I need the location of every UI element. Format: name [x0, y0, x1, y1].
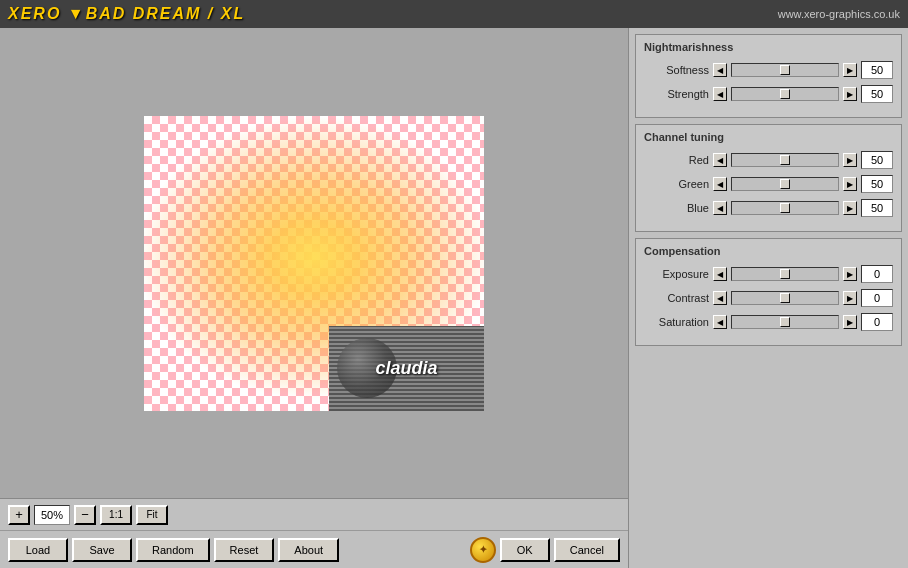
- watermark-text: claudia: [375, 358, 437, 379]
- blue-right-arrow[interactable]: ▶: [843, 201, 857, 215]
- app-title: XERO ▼BAD DREAM / XL: [8, 5, 245, 23]
- app-url: www.xero-graphics.co.uk: [778, 8, 900, 20]
- exposure-track[interactable]: [731, 267, 839, 281]
- saturation-track[interactable]: [731, 315, 839, 329]
- action-buttons: Load Save Random Reset About ✦ OK Cancel: [0, 530, 628, 568]
- nightmarishness-title: Nightmarishness: [644, 41, 893, 53]
- contrast-left-arrow[interactable]: ◀: [713, 291, 727, 305]
- compensation-section: Compensation Exposure ◀ ▶ 0 Contrast ◀ ▶…: [635, 238, 902, 346]
- nightmarishness-section: Nightmarishness Softness ◀ ▶ 50 Strength…: [635, 34, 902, 118]
- zoom-value: 50%: [34, 505, 70, 525]
- saturation-label: Saturation: [644, 316, 709, 328]
- red-thumb[interactable]: [780, 155, 790, 165]
- strength-value: 50: [861, 85, 893, 103]
- blue-label: Blue: [644, 202, 709, 214]
- strength-track[interactable]: [731, 87, 839, 101]
- canvas-container: claudia: [144, 116, 484, 411]
- saturation-row: Saturation ◀ ▶ 0: [644, 313, 893, 331]
- compensation-title: Compensation: [644, 245, 893, 257]
- strength-label: Strength: [644, 88, 709, 100]
- exposure-left-arrow[interactable]: ◀: [713, 267, 727, 281]
- left-action-buttons: Load Save Random Reset About: [8, 538, 339, 562]
- exposure-label: Exposure: [644, 268, 709, 280]
- channel-tuning-section: Channel tuning Red ◀ ▶ 50 Green ◀ ▶ 50: [635, 124, 902, 232]
- exposure-right-arrow[interactable]: ▶: [843, 267, 857, 281]
- strength-thumb[interactable]: [780, 89, 790, 99]
- watermark-overlay: claudia: [329, 326, 484, 411]
- contrast-track[interactable]: [731, 291, 839, 305]
- softness-thumb[interactable]: [780, 65, 790, 75]
- blue-track[interactable]: [731, 201, 839, 215]
- strength-row: Strength ◀ ▶ 50: [644, 85, 893, 103]
- red-right-arrow[interactable]: ▶: [843, 153, 857, 167]
- blue-left-arrow[interactable]: ◀: [713, 201, 727, 215]
- canvas-area: claudia: [0, 28, 628, 498]
- exposure-value: 0: [861, 265, 893, 283]
- red-track[interactable]: [731, 153, 839, 167]
- blue-row: Blue ◀ ▶ 50: [644, 199, 893, 217]
- right-panel: Nightmarishness Softness ◀ ▶ 50 Strength…: [628, 28, 908, 568]
- about-button[interactable]: About: [278, 538, 339, 562]
- green-left-arrow[interactable]: ◀: [713, 177, 727, 191]
- saturation-right-arrow[interactable]: ▶: [843, 315, 857, 329]
- zoom-out-button[interactable]: −: [74, 505, 96, 525]
- softness-label: Softness: [644, 64, 709, 76]
- strength-right-arrow[interactable]: ▶: [843, 87, 857, 101]
- contrast-label: Contrast: [644, 292, 709, 304]
- title-bar: XERO ▼BAD DREAM / XL www.xero-graphics.c…: [0, 0, 908, 28]
- green-thumb[interactable]: [780, 179, 790, 189]
- softness-row: Softness ◀ ▶ 50: [644, 61, 893, 79]
- exposure-row: Exposure ◀ ▶ 0: [644, 265, 893, 283]
- green-label: Green: [644, 178, 709, 190]
- saturation-left-arrow[interactable]: ◀: [713, 315, 727, 329]
- green-row: Green ◀ ▶ 50: [644, 175, 893, 193]
- fit-button[interactable]: Fit: [136, 505, 168, 525]
- one-to-one-button[interactable]: 1:1: [100, 505, 132, 525]
- contrast-right-arrow[interactable]: ▶: [843, 291, 857, 305]
- channel-tuning-title: Channel tuning: [644, 131, 893, 143]
- contrast-thumb[interactable]: [780, 293, 790, 303]
- ok-coin-icon: ✦: [470, 537, 496, 563]
- blue-thumb[interactable]: [780, 203, 790, 213]
- saturation-thumb[interactable]: [780, 317, 790, 327]
- green-track[interactable]: [731, 177, 839, 191]
- main-area: claudia + 50% − 1:1 Fit Load Save Random…: [0, 28, 908, 568]
- green-right-arrow[interactable]: ▶: [843, 177, 857, 191]
- saturation-value: 0: [861, 313, 893, 331]
- left-panel: claudia + 50% − 1:1 Fit Load Save Random…: [0, 28, 628, 568]
- load-button[interactable]: Load: [8, 538, 68, 562]
- right-action-buttons: ✦ OK Cancel: [470, 537, 620, 563]
- softness-left-arrow[interactable]: ◀: [713, 63, 727, 77]
- exposure-thumb[interactable]: [780, 269, 790, 279]
- zoom-controls: + 50% − 1:1 Fit: [0, 498, 628, 530]
- red-row: Red ◀ ▶ 50: [644, 151, 893, 169]
- red-value: 50: [861, 151, 893, 169]
- ok-button[interactable]: OK: [500, 538, 550, 562]
- red-label: Red: [644, 154, 709, 166]
- zoom-in-button[interactable]: +: [8, 505, 30, 525]
- blue-value: 50: [861, 199, 893, 217]
- strength-left-arrow[interactable]: ◀: [713, 87, 727, 101]
- save-button[interactable]: Save: [72, 538, 132, 562]
- softness-right-arrow[interactable]: ▶: [843, 63, 857, 77]
- contrast-value: 0: [861, 289, 893, 307]
- cancel-button[interactable]: Cancel: [554, 538, 620, 562]
- contrast-row: Contrast ◀ ▶ 0: [644, 289, 893, 307]
- softness-value: 50: [861, 61, 893, 79]
- reset-button[interactable]: Reset: [214, 538, 275, 562]
- green-value: 50: [861, 175, 893, 193]
- random-button[interactable]: Random: [136, 538, 210, 562]
- softness-track[interactable]: [731, 63, 839, 77]
- red-left-arrow[interactable]: ◀: [713, 153, 727, 167]
